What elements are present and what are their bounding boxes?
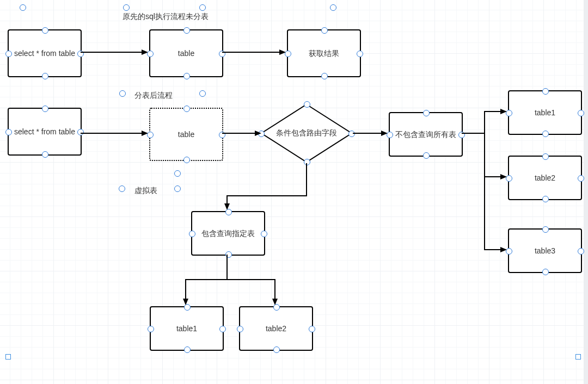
port[interactable] bbox=[506, 110, 512, 116]
port-free[interactable] bbox=[199, 4, 206, 11]
port-free[interactable] bbox=[20, 4, 26, 11]
flow2-contain-node[interactable]: 包含查询指定表 bbox=[191, 211, 265, 256]
port[interactable] bbox=[423, 152, 430, 159]
port[interactable] bbox=[357, 51, 363, 57]
port-free[interactable] bbox=[123, 4, 130, 11]
node-label: table1 bbox=[535, 108, 555, 118]
port[interactable] bbox=[578, 110, 584, 116]
port[interactable] bbox=[506, 175, 512, 182]
port-free[interactable] bbox=[174, 170, 181, 177]
flow2-table-node[interactable]: table bbox=[149, 108, 223, 161]
port[interactable] bbox=[261, 231, 267, 237]
node-label: table1 bbox=[176, 324, 197, 334]
port[interactable] bbox=[183, 27, 190, 34]
port[interactable] bbox=[42, 106, 48, 112]
flow1-select-node[interactable]: select * from table bbox=[8, 29, 82, 77]
port[interactable] bbox=[42, 27, 48, 34]
flow2-title: 分表后流程 bbox=[134, 91, 173, 101]
port[interactable] bbox=[42, 151, 48, 158]
port[interactable] bbox=[184, 304, 191, 311]
port[interactable] bbox=[304, 159, 310, 165]
flow2-decision-node[interactable]: 条件包含路由字段 bbox=[260, 103, 353, 163]
port[interactable] bbox=[258, 131, 265, 137]
node-label: table bbox=[178, 48, 194, 59]
port[interactable] bbox=[458, 132, 465, 138]
port[interactable] bbox=[273, 304, 280, 311]
right-gutter bbox=[584, 0, 588, 384]
node-label: table2 bbox=[266, 324, 286, 334]
branchA-table2-node[interactable]: table2 bbox=[239, 306, 313, 351]
port[interactable] bbox=[183, 73, 190, 79]
port[interactable] bbox=[237, 326, 243, 332]
port[interactable] bbox=[219, 51, 225, 57]
port-free[interactable] bbox=[119, 90, 126, 97]
port[interactable] bbox=[5, 129, 12, 135]
flow1-result-node[interactable]: 获取结果 bbox=[287, 29, 361, 77]
port[interactable] bbox=[147, 132, 154, 138]
port[interactable] bbox=[77, 129, 84, 135]
branchB-table1-node[interactable]: table1 bbox=[508, 90, 582, 135]
port[interactable] bbox=[506, 248, 512, 255]
port[interactable] bbox=[225, 251, 232, 258]
port[interactable] bbox=[542, 88, 549, 95]
node-label: 不包含查询所有表 bbox=[392, 129, 460, 140]
port[interactable] bbox=[42, 73, 48, 79]
port[interactable] bbox=[273, 346, 280, 353]
port[interactable] bbox=[348, 131, 355, 137]
node-label: select * from table bbox=[14, 48, 75, 59]
port-free[interactable] bbox=[330, 4, 336, 11]
virtual-title: 虚拟表 bbox=[134, 186, 157, 196]
node-label: table2 bbox=[535, 173, 555, 183]
port[interactable] bbox=[189, 231, 195, 237]
port[interactable] bbox=[147, 51, 154, 57]
port[interactable] bbox=[309, 326, 315, 332]
port[interactable] bbox=[77, 51, 84, 57]
branchA-table1-node[interactable]: table1 bbox=[150, 306, 224, 351]
port[interactable] bbox=[225, 209, 232, 215]
port[interactable] bbox=[183, 106, 190, 112]
port-free[interactable] bbox=[199, 90, 206, 97]
port-free[interactable] bbox=[119, 185, 125, 192]
branchB-table3-node[interactable]: table3 bbox=[508, 228, 582, 273]
diagram-canvas[interactable]: 原先的sql执行流程未分表 分表后流程 虚拟表 select * from ta… bbox=[0, 0, 588, 384]
node-label: 条件包含路由字段 bbox=[276, 128, 337, 138]
flow1-table-node[interactable]: table bbox=[149, 29, 223, 77]
port-free[interactable] bbox=[174, 185, 181, 192]
port[interactable] bbox=[542, 226, 549, 233]
port[interactable] bbox=[219, 326, 226, 332]
node-label: table bbox=[178, 129, 194, 140]
node-label: 获取结果 bbox=[309, 48, 339, 59]
port[interactable] bbox=[387, 132, 393, 138]
port[interactable] bbox=[184, 346, 191, 353]
flow1-title: 原先的sql执行流程未分表 bbox=[122, 12, 209, 22]
port[interactable] bbox=[148, 326, 154, 332]
port[interactable] bbox=[578, 175, 584, 182]
port[interactable] bbox=[183, 157, 190, 163]
port[interactable] bbox=[578, 248, 584, 255]
node-label: select * from table bbox=[14, 127, 75, 137]
port[interactable] bbox=[542, 153, 549, 160]
selection-handle[interactable] bbox=[575, 354, 581, 360]
node-label: 包含查询指定表 bbox=[198, 228, 258, 239]
port[interactable] bbox=[542, 196, 549, 202]
node-label: table3 bbox=[535, 246, 555, 256]
port[interactable] bbox=[219, 132, 225, 138]
port[interactable] bbox=[423, 110, 430, 116]
port[interactable] bbox=[304, 101, 310, 108]
port[interactable] bbox=[321, 73, 328, 79]
flow2-select-node[interactable]: select * from table bbox=[8, 108, 82, 156]
port[interactable] bbox=[285, 51, 291, 57]
port[interactable] bbox=[542, 269, 549, 275]
port[interactable] bbox=[321, 27, 328, 34]
port[interactable] bbox=[5, 51, 12, 57]
port[interactable] bbox=[542, 131, 549, 137]
branchB-table2-node[interactable]: table2 bbox=[508, 156, 582, 200]
selection-handle[interactable] bbox=[5, 354, 11, 360]
flow2-notcontain-node[interactable]: 不包含查询所有表 bbox=[389, 112, 463, 157]
